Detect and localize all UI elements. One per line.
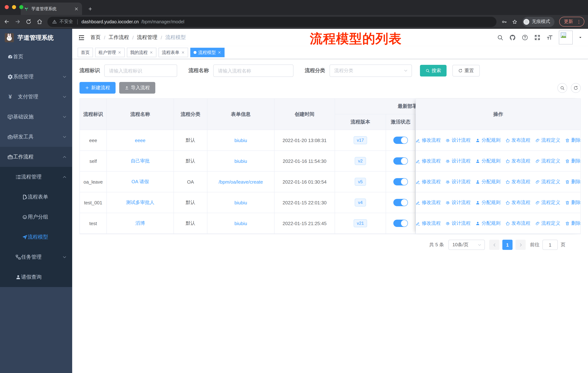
op-设计流程[interactable]: 设计流程 (445, 137, 471, 143)
breadcrumb-item-工作流程[interactable]: 工作流程 (109, 34, 129, 41)
process-name-link[interactable]: 测试多审批人 (126, 199, 154, 206)
current-page-button[interactable]: 1 (502, 240, 513, 250)
op-流程定义[interactable]: 流程定义 (535, 199, 560, 206)
prev-page-button[interactable] (489, 240, 499, 250)
op-发布流程[interactable]: 发布流程 (505, 220, 530, 227)
import-process-button[interactable]: 导入流程 (119, 82, 155, 94)
browser-update-button[interactable]: 更新 (559, 17, 584, 27)
op-设计流程[interactable]: 设计流程 (445, 179, 471, 185)
active-switch[interactable] (393, 220, 408, 227)
process-name-input[interactable] (213, 64, 294, 77)
reload-button[interactable] (26, 19, 32, 25)
op-修改流程[interactable]: 修改流程 (416, 220, 441, 227)
tag-流程表单[interactable]: 流程表单 (158, 48, 188, 57)
active-switch[interactable] (393, 178, 408, 185)
op-发布流程[interactable]: 发布流程 (505, 199, 530, 206)
op-修改流程[interactable]: 修改流程 (416, 179, 441, 185)
avatar-caret-down-icon[interactable] (578, 36, 582, 39)
tag-我的流程[interactable]: 我的流程 (127, 48, 156, 57)
sidebar-item-系统管理[interactable]: 系统管理 (0, 67, 72, 87)
refresh-table-button[interactable] (571, 83, 581, 93)
help-icon[interactable] (522, 34, 528, 41)
tag-首页[interactable]: 首页 (78, 48, 93, 57)
sidebar-item-流程管理[interactable]: 流程管理 (0, 167, 72, 187)
sidebar-item-工作流程[interactable]: 工作流程 (0, 147, 72, 167)
key-icon[interactable] (501, 19, 507, 25)
active-switch[interactable] (393, 157, 408, 165)
goto-page-input[interactable] (542, 240, 558, 250)
create-process-button[interactable]: 新建流程 (79, 82, 116, 94)
minimize-window-button[interactable] (12, 5, 16, 9)
tag-close-icon[interactable] (118, 51, 121, 54)
github-icon[interactable] (509, 34, 516, 41)
op-分配规则[interactable]: 分配规则 (475, 158, 501, 164)
sidebar-fold-icon[interactable] (78, 34, 85, 41)
op-分配规则[interactable]: 分配规则 (475, 179, 501, 185)
op-分配规则[interactable]: 分配规则 (475, 137, 501, 143)
form-info-link[interactable]: biubiu (234, 138, 247, 143)
sidebar-item-首页[interactable]: 首页 (0, 47, 72, 67)
form-info-link[interactable]: /bpm/oa/leave/create (219, 179, 263, 184)
op-发布流程[interactable]: 发布流程 (505, 179, 530, 185)
op-删除[interactable]: 删除 (565, 137, 581, 143)
maximize-window-button[interactable] (19, 5, 23, 9)
op-删除[interactable]: 删除 (565, 220, 581, 227)
tab-close-icon[interactable] (74, 6, 79, 11)
op-修改流程[interactable]: 修改流程 (416, 158, 441, 164)
tag-close-icon[interactable] (149, 51, 153, 54)
op-发布流程[interactable]: 发布流程 (505, 158, 530, 164)
breadcrumb-item-首页[interactable]: 首页 (90, 34, 101, 41)
close-window-button[interactable] (5, 5, 9, 9)
sidebar-item-研发工具[interactable]: 研发工具 (0, 127, 72, 147)
op-删除[interactable]: 删除 (565, 179, 581, 185)
fullscreen-icon[interactable] (534, 34, 541, 41)
forward-button[interactable] (15, 19, 21, 25)
sidebar-item-请假查询[interactable]: 请假查询 (0, 267, 72, 287)
sidebar-item-流程表单[interactable]: 流程表单 (0, 187, 72, 207)
page-size-select[interactable]: 10条/页 (448, 240, 485, 250)
process-name-link[interactable]: 滔博 (136, 220, 145, 227)
tag-close-icon[interactable] (218, 51, 221, 54)
op-流程定义[interactable]: 流程定义 (535, 158, 560, 164)
toggle-search-button[interactable] (557, 83, 567, 93)
url-bar[interactable]: 不安全 dashboard.yudao.iocoder.cn/bpm/manag… (47, 17, 496, 27)
font-size-icon[interactable] (546, 34, 553, 41)
active-switch[interactable] (393, 199, 408, 206)
op-修改流程[interactable]: 修改流程 (416, 137, 441, 143)
op-设计流程[interactable]: 设计流程 (445, 158, 471, 164)
sidebar-item-任务管理[interactable]: 任务管理 (0, 247, 72, 267)
avatar[interactable] (559, 30, 573, 44)
op-设计流程[interactable]: 设计流程 (445, 199, 471, 206)
active-switch[interactable] (393, 137, 408, 144)
process-name-link[interactable]: 自己审批 (131, 158, 150, 164)
op-流程定义[interactable]: 流程定义 (535, 179, 560, 185)
sidebar-item-基础设施[interactable]: 基础设施 (0, 107, 72, 127)
breadcrumb-item-流程管理[interactable]: 流程管理 (137, 34, 158, 41)
op-删除[interactable]: 删除 (565, 158, 581, 164)
op-修改流程[interactable]: 修改流程 (416, 199, 441, 206)
op-删除[interactable]: 删除 (565, 199, 581, 206)
process-name-link[interactable]: OA 请假 (131, 179, 149, 185)
bookmark-star-icon[interactable] (512, 19, 518, 25)
process-key-input[interactable] (104, 64, 177, 77)
op-流程定义[interactable]: 流程定义 (535, 220, 560, 227)
process-category-select[interactable]: 流程分类 (330, 64, 412, 77)
tag-close-icon[interactable] (181, 51, 185, 54)
browser-menu-dots-icon[interactable] (576, 19, 581, 24)
op-设计流程[interactable]: 设计流程 (445, 220, 471, 227)
next-page-button[interactable] (515, 240, 526, 250)
sidebar-item-用户分组[interactable]: 用户分组 (0, 207, 72, 227)
window-controls[interactable] (5, 5, 23, 9)
form-info-link[interactable]: biubiu (234, 200, 247, 205)
tag-租户管理[interactable]: 租户管理 (95, 48, 125, 57)
op-流程定义[interactable]: 流程定义 (535, 137, 560, 143)
reset-button[interactable]: 重置 (452, 65, 480, 77)
op-分配规则[interactable]: 分配规则 (475, 199, 501, 206)
home-button[interactable] (36, 19, 43, 25)
tag-流程模型[interactable]: 流程模型 (190, 48, 225, 57)
op-分配规则[interactable]: 分配规则 (475, 220, 501, 227)
op-发布流程[interactable]: 发布流程 (505, 137, 530, 143)
back-button[interactable] (4, 19, 10, 25)
sidebar-item-支付管理[interactable]: ¥支付管理 (0, 87, 72, 107)
process-name-link[interactable]: eeee (135, 138, 146, 143)
